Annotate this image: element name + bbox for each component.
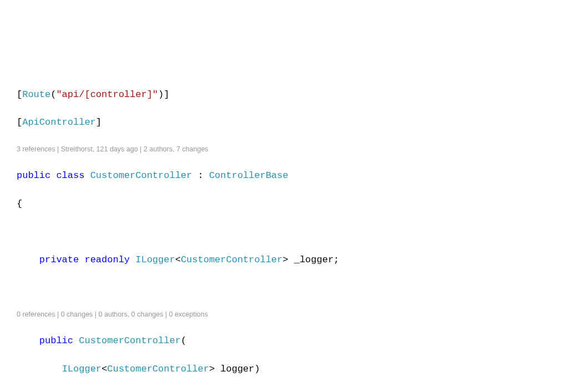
- code-line[interactable]: {: [17, 197, 568, 211]
- code-content[interactable]: [Route("api/[controller]")] [ApiControll…: [0, 57, 568, 392]
- code-line[interactable]: [17, 225, 568, 238]
- codelens-ctor[interactable]: 0 references | 0 changes | 0 authors, 0 …: [17, 309, 568, 320]
- codelens-class[interactable]: 3 references | Streithorst, 121 days ago…: [17, 144, 568, 155]
- code-editor[interactable]: [Route("api/[controller]")] [ApiControll…: [0, 57, 568, 392]
- code-line[interactable]: [17, 281, 568, 294]
- code-line[interactable]: private readonly ILogger<CustomerControl…: [17, 253, 568, 267]
- code-line[interactable]: [ApiController]: [17, 115, 568, 129]
- code-line[interactable]: [Route("api/[controller]")]: [17, 88, 568, 101]
- code-line[interactable]: {: [17, 390, 568, 392]
- code-line[interactable]: public class CustomerController : Contro…: [17, 169, 568, 182]
- code-line[interactable]: public CustomerController(: [17, 334, 568, 348]
- code-line[interactable]: ILogger<CustomerController> logger): [17, 362, 568, 376]
